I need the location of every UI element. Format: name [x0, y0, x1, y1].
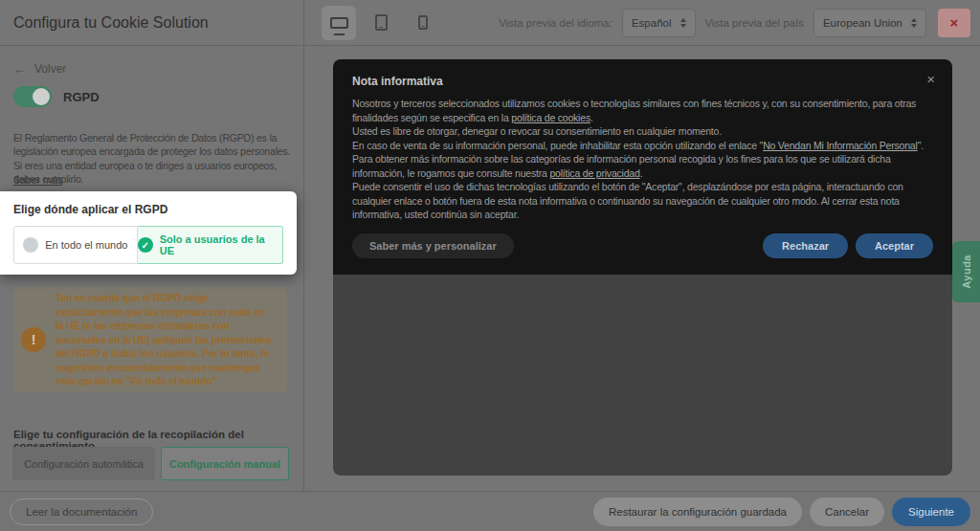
preview-page-background: [333, 275, 952, 476]
footer-bar: Leer la documentación Restaurar la confi…: [0, 491, 980, 531]
preview-toolbar: Vista previa del idioma: Español Vista p…: [304, 0, 980, 45]
preview-controls: Vista previa del idioma: Español Vista p…: [499, 9, 970, 37]
option-eu-only[interactable]: ✓ Solo a usuarios de la UE: [138, 226, 283, 264]
gdpr-scope-spotlight: Elige dónde aplicar el RGPD En todo el m…: [0, 191, 297, 275]
cancel-button[interactable]: Cancelar: [810, 498, 884, 526]
page-title: Configura tu Cookie Solution: [13, 14, 209, 32]
desktop-preview-button[interactable]: [322, 6, 356, 40]
close-preview-button[interactable]: ×: [938, 9, 970, 37]
banner-text-segment: .: [590, 112, 593, 123]
option-eu-only-label: Solo a usuarios de la UE: [160, 233, 282, 256]
banner-text-segment: Nosotros y terceros seleccionados utiliz…: [352, 98, 916, 123]
sidebar-header: Configura tu Cookie Solution: [0, 0, 304, 45]
language-select[interactable]: Español: [622, 9, 696, 37]
warning-icon: !: [21, 327, 46, 352]
warning-text: Ten en cuenta que el RGPD exige explícit…: [56, 291, 276, 388]
country-select[interactable]: European Union: [813, 9, 926, 37]
select-arrows-icon: [911, 18, 917, 28]
auto-config-button[interactable]: Configuración automática: [12, 447, 155, 480]
read-docs-button[interactable]: Leer la documentación: [10, 498, 153, 525]
cookie-policy-link[interactable]: política de cookies: [511, 112, 590, 123]
reject-button[interactable]: Rechazar: [763, 233, 848, 258]
gdpr-scope-heading: Elige dónde aplicar el RGPD: [13, 203, 283, 216]
option-worldwide-label: En todo el mundo: [45, 239, 127, 251]
banner-title: Nota informativa: [352, 75, 933, 88]
gdpr-warning-box: ! Ten en cuenta que el RGPD exige explíc…: [13, 287, 287, 392]
site-preview-frame: Nota informativa × Nosotros y terceros s…: [333, 59, 952, 476]
banner-text-segment: En caso de venta de su información perso…: [352, 140, 763, 151]
desktop-icon: [330, 17, 348, 29]
manual-config-button[interactable]: Configuración manual: [161, 447, 289, 480]
cookie-solution-configurator: Configura tu Cookie Solution Vista previ…: [0, 0, 980, 531]
banner-actions: Saber más y personalizar Rechazar Acepta…: [352, 233, 933, 258]
next-button[interactable]: Siguiente: [892, 498, 970, 526]
tablet-icon: [375, 14, 388, 31]
customize-button[interactable]: Saber más y personalizar: [352, 233, 514, 258]
banner-text: Nosotros y terceros seleccionados utiliz…: [352, 97, 933, 222]
back-arrow-icon: ←: [13, 62, 27, 76]
banner-text-segment: Usted es libre de otorgar, denegar o rev…: [352, 125, 722, 137]
back-label: Volver: [34, 62, 66, 76]
language-select-value: Español: [632, 17, 672, 29]
consent-config-buttons: Configuración automática Configuración m…: [12, 447, 289, 480]
footer-actions: Restaurar la configuración guardada Canc…: [593, 498, 970, 526]
banner-text-segment: .: [640, 167, 643, 179]
check-circle-icon: ✓: [138, 237, 153, 253]
gdpr-scope-segmented-control: En todo el mundo ✓ Solo a usuarios de la…: [13, 226, 283, 264]
top-bar: Configura tu Cookie Solution Vista previ…: [0, 0, 980, 46]
country-select-value: European Union: [823, 17, 902, 29]
help-tab-label: Ayuda: [961, 254, 972, 289]
phone-preview-button[interactable]: [406, 6, 440, 40]
back-link[interactable]: ← Volver: [13, 62, 66, 76]
gdpr-toggle-row: RGPD: [13, 86, 100, 107]
option-worldwide[interactable]: En todo el mundo: [13, 226, 138, 264]
privacy-policy-link[interactable]: política de privacidad: [549, 167, 639, 179]
toggle-knob: [33, 88, 50, 105]
tablet-preview-button[interactable]: [364, 6, 398, 40]
device-preview-switcher: [322, 6, 440, 40]
learn-more-link[interactable]: Saber más: [13, 174, 62, 186]
cookie-banner: Nota informativa × Nosotros y terceros s…: [333, 59, 952, 275]
help-tab[interactable]: Ayuda: [952, 241, 980, 302]
accept-button[interactable]: Aceptar: [856, 233, 933, 258]
gdpr-label: RGPD: [63, 90, 100, 104]
do-not-sell-link[interactable]: No Vendan Mi Información Personal: [763, 140, 918, 151]
country-preview-label: Vista previa del país: [705, 17, 804, 29]
select-arrows-icon: [680, 18, 686, 28]
banner-text-segment: ".: [918, 140, 924, 151]
banner-close-icon[interactable]: ×: [926, 71, 935, 87]
close-icon: ×: [950, 14, 959, 31]
radio-unselected-icon: [23, 237, 38, 253]
language-preview-label: Vista previa del idioma:: [499, 17, 612, 29]
banner-consent-buttons: Rechazar Aceptar: [763, 233, 933, 258]
restore-config-button[interactable]: Restaurar la configuración guardada: [593, 498, 802, 526]
preview-area: Nota informativa × Nosotros y terceros s…: [305, 46, 980, 491]
banner-text-segment: Puede consentir el uso de dichas tecnolo…: [352, 181, 903, 220]
gdpr-toggle[interactable]: [13, 86, 52, 107]
phone-icon: [418, 15, 428, 30]
